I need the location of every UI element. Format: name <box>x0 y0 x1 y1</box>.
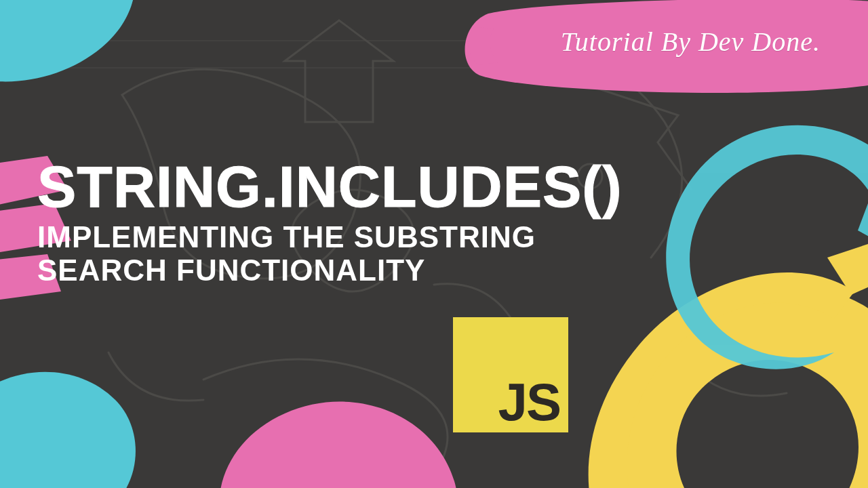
title-main: STRING.INCLUDES() <box>37 159 623 215</box>
brush-cyan-right <box>624 108 868 393</box>
brush-cyan-bottom-left <box>0 352 149 488</box>
title-block: STRING.INCLUDES() IMPLEMENTING THE SUBST… <box>37 159 623 287</box>
js-logo-text: JS <box>498 375 560 428</box>
js-logo-badge: JS <box>453 317 568 432</box>
title-sub-line1: IMPLEMENTING THE SUBSTRING <box>37 220 536 253</box>
title-sub-line2: SEARCH FUNCTIONALITY <box>37 253 425 287</box>
svg-point-1 <box>682 72 701 91</box>
tutorial-credit: Tutorial By Dev Done. <box>561 26 821 58</box>
brush-pink-bottom-center <box>217 380 461 488</box>
title-subtitle: IMPLEMENTING THE SUBSTRING SEARCH FUNCTI… <box>37 220 593 287</box>
brush-cyan-top-left <box>0 0 163 129</box>
